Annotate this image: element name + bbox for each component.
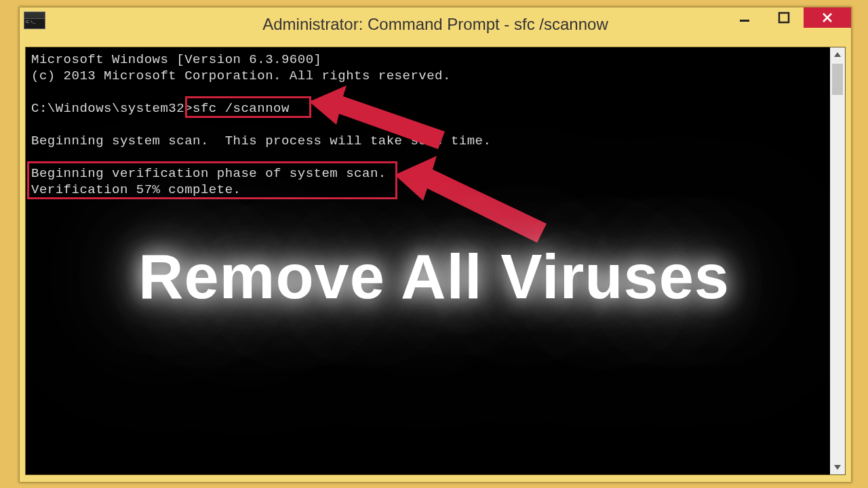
typed-command: sfc /scannow <box>193 101 290 116</box>
stage: C:\_ Administrator: Command Prompt - sfc… <box>0 0 868 488</box>
prompt-prefix: C:\Windows\system32> <box>31 101 193 116</box>
line-verify-phase: Beginning verification phase of system s… <box>31 166 387 181</box>
window-title: Administrator: Command Prompt - sfc /sca… <box>262 15 608 34</box>
line-begin-scan: Beginning system scan. This process will… <box>31 134 491 148</box>
titlebar[interactable]: C:\_ Administrator: Command Prompt - sfc… <box>20 7 851 41</box>
svg-rect-0 <box>740 20 749 22</box>
scrollbar-thumb[interactable] <box>832 64 843 95</box>
svg-rect-1 <box>779 13 789 22</box>
line-verify-progress: Verification 57% complete. <box>31 182 241 197</box>
scroll-up-button[interactable] <box>830 47 845 62</box>
close-button[interactable] <box>804 7 851 28</box>
vertical-scrollbar[interactable] <box>830 47 845 474</box>
arrow-to-progress <box>395 156 551 244</box>
scrollbar-track[interactable] <box>830 62 845 460</box>
minimize-button[interactable] <box>725 7 764 28</box>
svg-marker-4 <box>834 52 841 57</box>
terminal-output[interactable]: Microsoft Windows [Version 6.3.9600] (c)… <box>26 47 830 474</box>
line-copyright: (c) 2013 Microsoft Corporation. All righ… <box>31 68 451 83</box>
line-version: Microsoft Windows [Version 6.3.9600] <box>31 52 321 67</box>
scroll-down-button[interactable] <box>830 460 845 474</box>
client-area: Microsoft Windows [Version 6.3.9600] (c)… <box>25 47 846 475</box>
window-controls <box>725 7 851 30</box>
svg-marker-3 <box>395 156 547 243</box>
cmd-window: C:\_ Administrator: Command Prompt - sfc… <box>19 7 852 483</box>
cmd-icon: C:\_ <box>24 12 45 29</box>
maximize-button[interactable] <box>764 7 804 28</box>
svg-marker-5 <box>834 465 841 470</box>
